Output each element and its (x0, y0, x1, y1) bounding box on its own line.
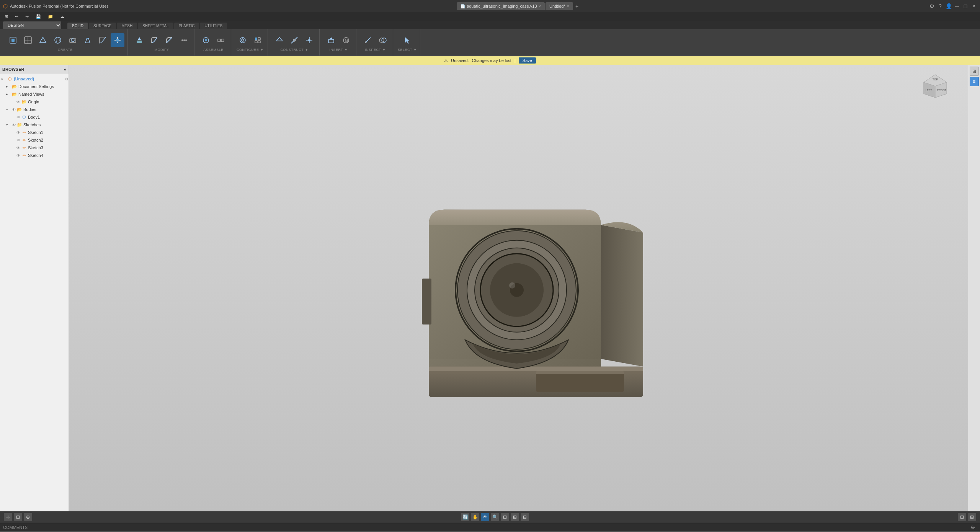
create-fillet[interactable] (96, 33, 109, 47)
tab-utilities[interactable]: UTILITIES (200, 23, 227, 29)
insert-derive[interactable] (324, 33, 338, 47)
file-tab-close[interactable]: × (539, 4, 541, 8)
create-loft[interactable] (81, 33, 95, 47)
create-hole[interactable] (66, 33, 80, 47)
svg-rect-73 (536, 371, 624, 374)
assemble-joint[interactable] (199, 33, 213, 47)
browser-collapse-icon[interactable]: « (64, 67, 66, 72)
untitled-tab-close[interactable]: × (567, 4, 569, 8)
tree-item-doc-settings[interactable]: ▸ 📂 Document Settings (0, 83, 69, 90)
warning-text: Unsaved: (451, 58, 469, 63)
create-sketch[interactable] (21, 33, 35, 47)
display-settings[interactable]: ⊞ (511, 513, 519, 521)
grid-tool[interactable]: ⊡ (14, 513, 22, 521)
right-panel-btn-2[interactable]: ≡ (970, 77, 979, 86)
svg-marker-19 (138, 37, 141, 40)
warning-bar: ⚠ Unsaved: Changes may be lost | Save (0, 56, 980, 65)
tree-icon-sketches: 📁 (17, 122, 22, 127)
inspect-measure[interactable] (361, 33, 375, 47)
svg-text:TOP: TOP (933, 78, 938, 81)
file-tab[interactable]: 📄 aquatic_ultrasonic_imaging_case.v13 × (457, 2, 545, 10)
menu-cloud[interactable]: ☁ (57, 13, 67, 20)
untitled-tab[interactable]: Untitled* × (546, 2, 573, 10)
tree-label-views: Named Views (18, 92, 69, 96)
tree-icon-root: ⬡ (7, 77, 13, 82)
eye-icon-sketches: 👁 (12, 123, 16, 127)
tree-item-bodies[interactable]: ▾ 👁 📂 Bodies (0, 106, 69, 113)
construct-axis[interactable] (287, 33, 301, 47)
create-new-component[interactable] (6, 33, 20, 47)
bottom-right-tools: ⊡ ⊞ (958, 513, 976, 521)
menu-undo[interactable]: ↩ (12, 13, 21, 20)
create-label: CREATE (58, 48, 73, 52)
modify-more[interactable] (177, 33, 191, 47)
inspect-interference[interactable] (376, 33, 390, 47)
tree-item-root[interactable]: ▸ ⬡ (Unsaved) ⚙ (0, 75, 69, 83)
help-button[interactable]: ? (937, 3, 943, 9)
toolbar-main: CREATE MODIFY (0, 29, 980, 56)
modify-chamfer[interactable] (162, 33, 176, 47)
tree-item-origin[interactable]: ▸ 👁 📂 Origin (0, 98, 69, 106)
tab-solid[interactable]: SOLID (67, 23, 88, 29)
create-extrude[interactable] (36, 33, 50, 47)
tree-item-sketch1[interactable]: ▸ 👁 ✏ Sketch1 (0, 129, 69, 136)
select-tool[interactable] (400, 33, 414, 47)
pan-tool[interactable]: ✋ (471, 513, 479, 521)
display-more[interactable]: ⊟ (521, 513, 529, 521)
toolbar-section-modify: MODIFY (129, 29, 194, 55)
tree-item-body1[interactable]: ▸ 👁 ⬡ Body1 (0, 113, 69, 121)
svg-text:M: M (345, 39, 348, 42)
create-move[interactable] (111, 33, 124, 47)
right-panel-btn-1[interactable]: ⊞ (970, 67, 979, 76)
zoom-tool[interactable]: 🔍 (491, 513, 499, 521)
nav-cube[interactable]: TOP LEFT FRONT (922, 73, 949, 100)
snap-options[interactable]: ⊕ (24, 513, 32, 521)
modify-fillet[interactable] (147, 33, 161, 47)
save-button[interactable]: Save (519, 57, 536, 64)
tab-sheet-metal[interactable]: SHEET METAL (138, 23, 173, 29)
insert-mcmaster[interactable]: M (339, 33, 353, 47)
snap-tool[interactable]: ⊹ (4, 513, 12, 521)
main-content: BROWSER « ▸ ⬡ (Unsaved) ⚙ ▸ 📂 Document S… (0, 65, 980, 511)
menu-open[interactable]: 📁 (45, 13, 56, 20)
menu-save[interactable]: 💾 (33, 13, 44, 20)
tree-item-named-views[interactable]: ▸ 📂 Named Views (0, 90, 69, 98)
maximize-button[interactable]: □ (962, 3, 969, 9)
menu-grid[interactable]: ⊞ (2, 13, 11, 20)
configure-more[interactable] (251, 33, 265, 47)
fit-tool[interactable]: ⊡ (501, 513, 509, 521)
tree-item-sketch4[interactable]: ▸ 👁 ✏ Sketch4 (0, 152, 69, 159)
tree-icon-sketch2: ✏ (21, 138, 27, 143)
configure-parameters[interactable] (236, 33, 250, 47)
bottom-left-tools: ⊹ ⊡ ⊕ (4, 513, 32, 521)
new-tab-button[interactable]: + (574, 3, 580, 9)
tab-plastic[interactable]: PLASTIC (174, 23, 199, 29)
svg-point-30 (242, 39, 244, 41)
construct-point[interactable] (302, 33, 316, 47)
minimize-button[interactable]: ─ (954, 3, 960, 9)
look-tool[interactable]: 👁 (481, 513, 489, 521)
create-revolve[interactable] (51, 33, 65, 47)
tree-item-sketch3[interactable]: ▸ 👁 ✏ Sketch3 (0, 144, 69, 152)
account-button[interactable]: 👤 (946, 3, 952, 9)
tree-icon-sketch1: ✏ (21, 130, 27, 135)
design-mode-dropdown[interactable]: DESIGN GENERATIVE DESIGN RENDER ANIMATIO… (3, 21, 61, 29)
settings-button[interactable]: ⚙ (929, 3, 935, 9)
menu-redo[interactable]: ↪ (22, 13, 32, 20)
toolbar-section-create: CREATE (3, 29, 128, 55)
modify-press-pull[interactable] (132, 33, 146, 47)
svg-text:LEFT: LEFT (925, 89, 932, 91)
viewport[interactable]: TOP LEFT FRONT (69, 65, 968, 511)
tree-item-sketches[interactable]: ▾ 👁 📁 Sketches (0, 121, 69, 129)
comments-expand[interactable]: ⊕ (969, 523, 977, 532)
orbit-tool[interactable]: 🔄 (461, 513, 469, 521)
grid-display[interactable]: ⊞ (968, 513, 976, 521)
svg-point-10 (71, 39, 74, 42)
tree-item-sketch2[interactable]: ▸ 👁 ✏ Sketch2 (0, 136, 69, 144)
close-button[interactable]: × (971, 3, 977, 9)
tab-mesh[interactable]: MESH (117, 23, 137, 29)
assemble-more[interactable] (214, 33, 228, 47)
tab-surface[interactable]: SURFACE (89, 23, 116, 29)
visual-style[interactable]: ⊡ (958, 513, 966, 521)
construct-plane[interactable] (273, 33, 286, 47)
